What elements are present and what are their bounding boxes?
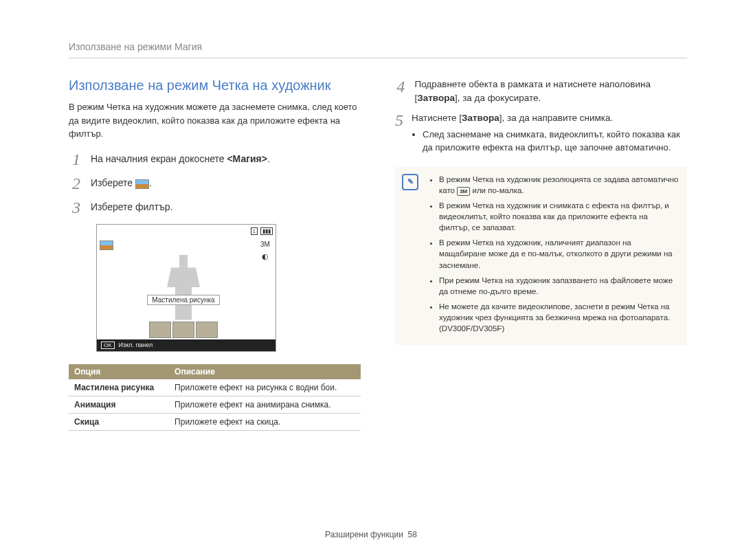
opt-desc: Приложете ефект на скица.: [169, 413, 361, 430]
opt-desc: Приложете ефект на анимирана снимка.: [169, 396, 361, 413]
step-4-c: ], за да фокусирате.: [455, 93, 541, 103]
step-3: 3 Изберете филтър.: [69, 199, 361, 217]
step-2: 2 Изберете .: [69, 175, 361, 193]
page-footer: Разширени функции 58: [0, 530, 742, 539]
right-column: 4 Подравнете обекта в рамката и натиснет…: [395, 78, 687, 431]
opt-name: Анимация: [69, 396, 169, 413]
th-desc: Описание: [169, 364, 361, 379]
table-row: Анимация Приложете ефект на анимирана сн…: [69, 396, 361, 413]
step-5: 5 Натиснете [Затвора], за да направите с…: [395, 111, 687, 161]
resolution-icon: 3M: [260, 240, 270, 248]
camera-lcd-screenshot: 1 ▮▮▮ Мастилена рисунка: [96, 224, 276, 352]
step-1-text-c: .: [267, 153, 270, 164]
silhouette-icon: [163, 255, 204, 320]
opt-name: Скица: [69, 413, 169, 430]
table-row: Мастилена рисунка Приложете ефект на рис…: [69, 379, 361, 396]
step-2-text: Изберете .: [91, 177, 152, 190]
footer-section: Разширени функции: [325, 530, 403, 539]
mode-icon: [100, 240, 113, 250]
note-icon: ✎: [402, 174, 418, 190]
thumb-1: [149, 322, 171, 338]
step-4: 4 Подравнете обекта в рамката и натиснет…: [395, 78, 687, 106]
ok-icon: OK: [101, 341, 115, 349]
opt-desc: Приложете ефект на рисунка с водни бои.: [169, 379, 361, 396]
note-box: ✎ В режим Четка на художник резолюцията …: [395, 167, 687, 345]
step-5-a: Натиснете [: [412, 113, 462, 123]
timer-icon: ◐: [262, 252, 269, 261]
step-number-1: 1: [69, 150, 84, 169]
th-option: Опция: [69, 364, 169, 379]
step-5-sub: След заснемане на снимката, видеоклипът,…: [412, 128, 687, 155]
section-title: Използване на режим Четка на художник: [69, 78, 361, 93]
step-4-text: Подравнете обекта в рамката и натиснете …: [414, 78, 687, 106]
lcd-footer-text: Изкл. панел: [119, 341, 153, 348]
filter-label: Мастилена рисунка: [147, 295, 219, 305]
count-badge: 1: [251, 227, 258, 235]
left-column: Използване на режим Четка на художник В …: [69, 78, 361, 431]
lcd-footer: OK Изкл. панел: [97, 339, 276, 351]
step-number-2: 2: [69, 175, 84, 193]
note-item: В режим Четка на художник, наличният диа…: [439, 237, 679, 270]
lcd-preview: Мастилена рисунка: [112, 238, 255, 320]
step-4-b: Затвора: [417, 93, 455, 103]
step-2-text-b: .: [149, 177, 152, 188]
step-5-bullet: След заснемане на снимката, видеоклипът,…: [423, 128, 687, 155]
palette-icon: [135, 179, 149, 189]
step-1-text-b: <Магия>: [227, 153, 267, 164]
lcd-status-bar: 1 ▮▮▮: [97, 225, 276, 238]
note-item: Не можете да качите видеоклипове, заснет…: [439, 301, 679, 334]
page-header: Използване на режими Магия: [69, 41, 687, 58]
thumb-2: [172, 322, 194, 338]
note-item: В режим Четка на художник резолюцията се…: [439, 174, 679, 196]
step-3-text: Изберете филтър.: [91, 201, 172, 214]
step-5-text: Натиснете [Затвора], за да направите сни…: [412, 111, 687, 161]
note-1-b: или по-малка.: [470, 186, 524, 194]
content-columns: Използване на режим Четка на художник В …: [69, 78, 687, 431]
note-item: При режим Четка на художник запазването …: [439, 275, 679, 297]
step-1: 1 На началния екран докоснете <Магия>.: [69, 150, 361, 169]
step-2-text-a: Изберете: [91, 177, 135, 188]
thumb-3: [196, 322, 218, 338]
options-table: Опция Описание Мастилена рисунка Приложе…: [69, 364, 361, 431]
opt-name: Мастилена рисунка: [69, 379, 169, 396]
battery-icon: ▮▮▮: [260, 227, 273, 235]
resolution-badge: 3M: [457, 187, 470, 196]
step-number-4: 4: [395, 78, 406, 106]
step-number-3: 3: [69, 199, 84, 217]
step-number-5: 5: [395, 111, 403, 161]
step-1-text: На началния екран докоснете <Магия>.: [91, 153, 270, 166]
table-row: Скица Приложете ефект на скица.: [69, 413, 361, 430]
step-5-c: ], за да направите снимка.: [499, 113, 614, 123]
step-5-b: Затвора: [462, 113, 499, 123]
intro-text: В режим Четка на художник можете да засн…: [69, 100, 361, 141]
note-item: В режим Четка на художник и снимката с е…: [439, 200, 679, 233]
page-number: 58: [408, 530, 417, 539]
step-1-text-a: На началния екран докоснете: [91, 153, 227, 164]
filter-thumbnails: [112, 320, 255, 339]
